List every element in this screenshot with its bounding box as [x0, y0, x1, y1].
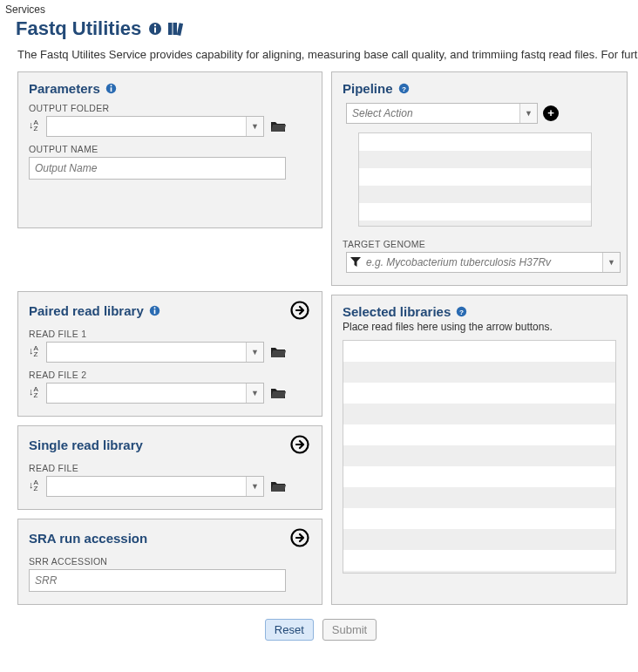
chevron-down-icon[interactable]: ▼ [602, 253, 620, 272]
submit-button: Submit [322, 619, 377, 641]
list-item [343, 466, 615, 487]
list-item [343, 341, 615, 362]
arrow-right-icon[interactable] [290, 435, 311, 456]
pipeline-action-combo[interactable]: ▼ [346, 103, 538, 124]
list-item [359, 168, 591, 186]
breadcrumb: Services [3, 3, 638, 16]
chevron-down-icon[interactable]: ▼ [246, 477, 263, 496]
list-item [359, 203, 591, 221]
output-name-label: OUTPUT NAME [29, 144, 311, 154]
arrow-right-icon[interactable] [290, 301, 311, 322]
info-icon[interactable] [149, 305, 160, 316]
list-item [343, 362, 615, 383]
panel-pipeline: Pipeline ? ▼ + [331, 71, 628, 286]
output-folder-input[interactable] [47, 117, 246, 136]
paired-title: Paired read library [29, 303, 144, 318]
add-icon[interactable]: + [543, 105, 559, 121]
readfile-label: READ FILE [29, 463, 311, 473]
read2-combo[interactable]: ▼ [46, 383, 264, 404]
output-folder-combo[interactable]: ▼ [46, 116, 264, 137]
panel-single: Single read library READ FILE ↓AZ ▼ [17, 425, 322, 510]
pipeline-steps-list [358, 132, 592, 227]
svg-text:?: ? [402, 85, 406, 92]
parameters-title: Parameters [29, 81, 100, 96]
info-icon[interactable] [105, 83, 117, 94]
output-folder-label: OUTPUT FOLDER [29, 103, 311, 113]
svg-point-8 [110, 85, 112, 86]
reset-button[interactable]: Reset [265, 619, 314, 641]
chevron-down-icon[interactable]: ▼ [519, 104, 537, 123]
svg-rect-1 [154, 28, 156, 33]
list-item [343, 571, 615, 574]
readfile-input[interactable] [47, 477, 246, 496]
chevron-down-icon[interactable]: ▼ [246, 343, 263, 362]
panel-selected: Selected libraries ? Place read files he… [331, 295, 628, 605]
chevron-down-icon[interactable]: ▼ [246, 384, 263, 403]
page-title: Fastq Utilities [16, 17, 638, 40]
list-item [359, 151, 591, 168]
help-icon[interactable]: ? [398, 83, 410, 94]
intro-text: The Fastq Utilites Service provides capa… [17, 47, 638, 63]
sort-icon[interactable]: ↓AZ [29, 120, 41, 132]
svg-rect-4 [173, 23, 178, 35]
folder-icon[interactable] [269, 384, 287, 402]
svg-rect-5 [177, 23, 183, 36]
sort-icon[interactable]: ↓AZ [29, 387, 41, 398]
chevron-down-icon[interactable]: ▼ [246, 117, 263, 136]
pipeline-title: Pipeline [343, 81, 393, 96]
footer-buttons: Reset Submit [3, 619, 638, 641]
folder-icon[interactable] [269, 118, 287, 135]
sort-icon[interactable]: ↓AZ [29, 346, 41, 357]
help-icon[interactable]: ? [456, 306, 467, 317]
read1-label: READ FILE 1 [29, 329, 311, 339]
pipeline-action-input[interactable] [347, 104, 519, 123]
list-item [343, 487, 615, 508]
docs-icon[interactable] [167, 22, 185, 36]
sra-title: SRA run accession [29, 531, 147, 546]
list-item [343, 383, 615, 404]
filter-icon[interactable] [347, 253, 361, 272]
panel-paired: Paired read library READ FILE 1 ↓AZ ▼ [17, 291, 322, 417]
folder-icon[interactable] [269, 478, 287, 495]
list-item [359, 186, 591, 203]
list-item [343, 445, 615, 466]
folder-icon[interactable] [269, 343, 287, 361]
svg-point-11 [153, 307, 155, 309]
list-item [343, 508, 615, 529]
output-name-input[interactable] [29, 157, 286, 180]
target-genome-label: TARGET GENOME [343, 239, 616, 249]
selected-libraries-list [343, 340, 616, 574]
page-title-text: Fastq Utilities [16, 17, 141, 40]
srr-label: SRR ACCESSION [29, 556, 311, 567]
readfile-combo[interactable]: ▼ [46, 476, 264, 497]
list-item [359, 133, 591, 151]
list-item [343, 404, 615, 424]
srr-input[interactable] [29, 569, 286, 592]
panel-parameters: Parameters OUTPUT FOLDER ↓AZ ▼ OUTPUT NA… [17, 71, 322, 228]
info-icon[interactable] [148, 22, 162, 36]
single-title: Single read library [29, 438, 143, 452]
read1-input[interactable] [47, 343, 246, 362]
read2-label: READ FILE 2 [29, 370, 311, 380]
arrow-right-icon[interactable] [290, 528, 311, 549]
read1-combo[interactable]: ▼ [46, 342, 264, 363]
sort-icon[interactable]: ↓AZ [29, 480, 41, 492]
panel-sra: SRA run accession SRR ACCESSION [17, 519, 322, 605]
selected-title: Selected libraries [343, 304, 451, 319]
list-item [343, 424, 615, 445]
svg-rect-3 [168, 23, 173, 35]
intro-pre: The Fastq Utilites Service provides capa… [17, 48, 638, 61]
svg-text:?: ? [459, 308, 464, 316]
list-item [359, 221, 591, 227]
svg-rect-10 [153, 309, 155, 314]
svg-rect-7 [110, 87, 112, 92]
list-item [343, 550, 615, 571]
read2-input[interactable] [47, 384, 246, 403]
selected-hint: Place read files here using the arrow bu… [343, 321, 616, 333]
target-genome-combo[interactable]: ▼ [346, 252, 621, 273]
list-item [343, 529, 615, 550]
target-genome-input[interactable] [361, 253, 602, 272]
svg-point-2 [154, 24, 156, 26]
